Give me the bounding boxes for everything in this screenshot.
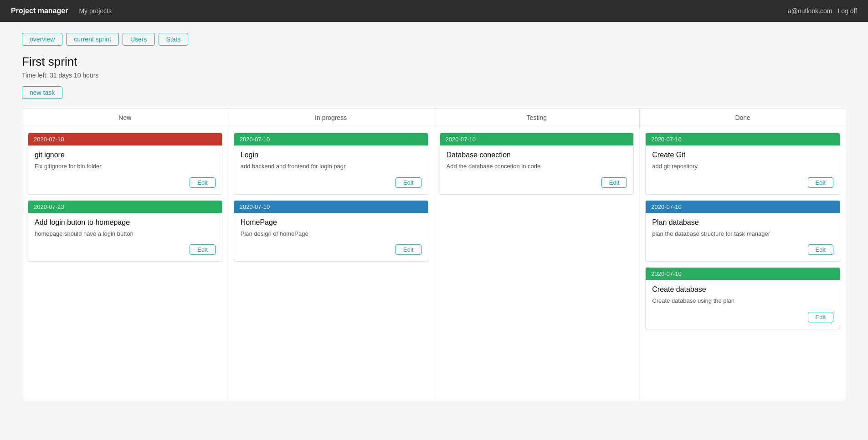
card-db-connection-date: 2020-07-10: [440, 133, 634, 145]
card-plan-database-desc: plan the database structure for task man…: [652, 229, 833, 238]
kanban-board: New In progress Testing Done 2020-07-10 …: [22, 108, 846, 401]
card-git-ignore-edit[interactable]: Edit: [190, 177, 215, 188]
navbar-left: Project manager My projects: [11, 7, 112, 15]
card-git-ignore-title: git ignore: [35, 151, 216, 159]
board-columns: 2020-07-10 git ignore Fix gitignore for …: [22, 127, 846, 401]
col-header-done: Done: [640, 109, 846, 127]
tab-stats[interactable]: Stats: [159, 33, 189, 46]
column-testing: 2020-07-10 Database conection Add the da…: [434, 127, 640, 401]
navbar-brand: Project manager: [11, 7, 68, 15]
navbar: Project manager My projects a@outlook.co…: [0, 0, 868, 22]
tab-overview[interactable]: overview: [22, 33, 62, 46]
navbar-my-projects[interactable]: My projects: [79, 7, 112, 15]
column-in-progress: 2020-07-10 Login add backend and fronten…: [228, 127, 434, 401]
sprint-title: First sprint: [22, 55, 846, 69]
card-login-title: Login: [241, 151, 421, 159]
card-git-ignore-date: 2020-07-10: [28, 133, 222, 145]
card-login-date: 2020-07-10: [234, 133, 428, 145]
sprint-time-left: Time left: 31 days 10 hours: [22, 72, 846, 79]
card-create-database-edit[interactable]: Edit: [808, 312, 833, 322]
board-header: New In progress Testing Done: [22, 109, 846, 127]
card-plan-database-edit[interactable]: Edit: [808, 244, 833, 255]
main-content: overview current sprint Users Stats Firs…: [0, 22, 868, 412]
card-git-ignore-desc: Fix gitignore for bin folder: [35, 162, 216, 171]
column-done: 2020-07-10 Create Git add git repository…: [640, 127, 846, 401]
column-new: 2020-07-10 git ignore Fix gitignore for …: [22, 127, 228, 401]
card-login: 2020-07-10 Login add backend and fronten…: [234, 133, 428, 195]
card-db-connection-title: Database conection: [447, 151, 627, 159]
card-homepage-date: 2020-07-10: [234, 201, 428, 213]
card-add-login-btn-desc: homepage should have a login button: [35, 229, 216, 238]
navbar-logout[interactable]: Log off: [837, 7, 857, 15]
card-create-database-desc: Create database using the plan: [652, 296, 833, 305]
card-db-connection-desc: Add the database concetion in code: [447, 162, 627, 171]
col-header-in-progress: In progress: [228, 109, 434, 127]
col-header-testing: Testing: [434, 109, 640, 127]
card-create-git-desc: add git repository: [652, 162, 833, 171]
card-db-connection-edit[interactable]: Edit: [601, 177, 627, 188]
card-plan-database: 2020-07-10 Plan database plan the databa…: [645, 200, 840, 262]
card-homepage-desc: Plan design of homePage: [241, 229, 421, 238]
card-add-login-btn: 2020-07-23 Add login buton to homepage h…: [28, 200, 222, 262]
new-task-button[interactable]: new task: [22, 86, 62, 99]
card-add-login-btn-date: 2020-07-23: [28, 201, 222, 213]
card-login-edit[interactable]: Edit: [395, 177, 421, 188]
card-create-database-date: 2020-07-10: [646, 268, 840, 280]
card-plan-database-date: 2020-07-10: [646, 201, 840, 213]
tab-bar: overview current sprint Users Stats: [22, 33, 846, 46]
card-plan-database-title: Plan database: [652, 218, 833, 227]
navbar-user-email: a@outlook.com: [788, 7, 832, 15]
card-homepage-title: HomePage: [241, 218, 421, 227]
card-login-desc: add backend and frontend for login pagr: [241, 162, 421, 171]
card-git-ignore: 2020-07-10 git ignore Fix gitignore for …: [28, 133, 222, 195]
card-add-login-btn-edit[interactable]: Edit: [190, 244, 215, 255]
card-create-database-title: Create database: [652, 285, 833, 294]
card-homepage: 2020-07-10 HomePage Plan design of homeP…: [234, 200, 428, 262]
card-create-git-date: 2020-07-10: [646, 133, 840, 145]
card-create-git: 2020-07-10 Create Git add git repository…: [645, 133, 840, 195]
col-header-new: New: [22, 109, 228, 127]
card-db-connection: 2020-07-10 Database conection Add the da…: [440, 133, 634, 195]
card-homepage-edit[interactable]: Edit: [395, 244, 421, 255]
tab-current-sprint[interactable]: current sprint: [66, 33, 119, 46]
tab-users[interactable]: Users: [123, 33, 155, 46]
card-add-login-btn-title: Add login buton to homepage: [35, 218, 216, 227]
card-create-database: 2020-07-10 Create database Create databa…: [645, 267, 840, 329]
navbar-right: a@outlook.com Log off: [788, 7, 857, 15]
card-create-git-edit[interactable]: Edit: [808, 177, 833, 188]
card-create-git-title: Create Git: [652, 151, 833, 159]
